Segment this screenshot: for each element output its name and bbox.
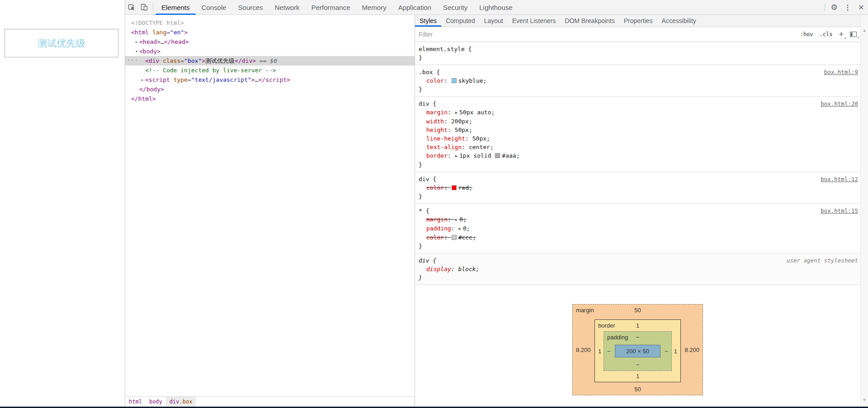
css-property-value[interactable]: 50px auto (459, 109, 491, 116)
css-declaration-color[interactable]: color: red; (419, 183, 858, 192)
more-options-kebab-icon[interactable]: ⋮ (841, 1, 854, 13)
css-declaration-line-height[interactable]: line-height: 50px; (419, 134, 858, 143)
devtools-tab-network[interactable]: Network (269, 0, 306, 15)
devtools-tab-application[interactable]: Application (392, 0, 437, 15)
sidebar-toggle-icon[interactable] (850, 32, 857, 37)
css-declaration-text-align[interactable]: text-align: center; (419, 143, 858, 151)
css-property-name[interactable]: height (426, 127, 448, 133)
css-declaration-height[interactable]: height: 50px; (419, 126, 858, 134)
css-property-name[interactable]: color (426, 234, 444, 241)
scrollbar[interactable]: ▲ ▼ (860, 15, 868, 407)
css-declaration-margin[interactable]: margin: ▶0; (419, 215, 858, 224)
breadcrumb-item-html[interactable]: html (125, 397, 146, 407)
css-property-value[interactable]: #ccc (458, 234, 472, 241)
css-property-value[interactable]: 50px (455, 127, 469, 133)
dom-tree-row[interactable]: ...<div class="box">测试优先级</div> == $0 (125, 56, 415, 66)
css-property-name[interactable]: border (426, 152, 448, 159)
device-toolbar-icon[interactable] (138, 1, 151, 13)
styles-filter-input[interactable] (419, 31, 794, 38)
dom-tree-row[interactable]: <!-- Code injected by live-server --> (125, 66, 415, 75)
css-declaration-color[interactable]: color: #ccc; (419, 233, 858, 242)
stylesheet-source-link[interactable]: box.html:15 (821, 206, 858, 215)
sidebar-tab-dom-breakpoints[interactable]: DOM Breakpoints (560, 15, 619, 27)
css-property-name[interactable]: text-align (426, 144, 462, 150)
css-declaration-display[interactable]: display: block; (419, 265, 858, 273)
sidebar-tab-properties[interactable]: Properties (619, 15, 657, 27)
css-property-name[interactable]: margin (426, 109, 448, 116)
devtools-tab-performance[interactable]: Performance (306, 0, 356, 15)
node-menu-button[interactable]: ... (127, 54, 138, 64)
devtools-window: ElementsConsoleSourcesNetworkPerformance… (125, 0, 868, 407)
css-property-name[interactable]: line-height (426, 135, 465, 142)
box-model-padding-region[interactable]: padding − − − − 200 × 50 (604, 331, 672, 371)
color-swatch[interactable] (452, 78, 457, 83)
css-property-name[interactable]: display (426, 266, 451, 272)
dom-tree-row[interactable]: ▸<head>…</head> (125, 37, 415, 47)
settings-gear-icon[interactable]: ⚙ (827, 1, 841, 13)
toggle-element-state-button[interactable]: :hov (800, 31, 813, 38)
breadcrumb-item-div-box[interactable]: div.box (166, 397, 196, 407)
breadcrumb-item-body[interactable]: body (146, 397, 166, 407)
css-property-value[interactable]: 0 (463, 225, 467, 232)
css-declaration-padding[interactable]: padding: ▶0; (419, 224, 858, 233)
sidebar-tab-layout[interactable]: Layout (480, 15, 508, 27)
dom-tree: <!DOCTYPE html><html lang="en">▸<head>…<… (125, 15, 415, 396)
sidebar-tab-styles[interactable]: Styles (415, 15, 441, 27)
expand-arrow-icon[interactable]: ▸ (140, 75, 145, 84)
expand-arrow-icon[interactable]: ▸ (134, 37, 139, 47)
css-property-value[interactable]: red (458, 184, 469, 191)
css-property-value[interactable]: center (469, 144, 490, 150)
dom-tree-row[interactable]: ▾<body> (125, 47, 415, 56)
color-swatch[interactable] (452, 185, 457, 190)
expand-shorthand-icon[interactable]: ▶ (455, 216, 458, 224)
expand-shorthand-icon[interactable]: ▶ (455, 108, 458, 117)
stylesheet-source-link[interactable]: box.html:20 (821, 99, 858, 108)
css-property-value[interactable]: block (458, 266, 476, 272)
styles-sidebar: StylesComputedLayoutEvent ListenersDOM B… (415, 15, 860, 407)
box-model-content-region[interactable]: 200 × 50 (615, 345, 660, 357)
css-property-name[interactable]: color (426, 184, 444, 191)
color-swatch[interactable] (495, 153, 500, 158)
devtools-tab-security[interactable]: Security (437, 0, 473, 15)
expand-shorthand-icon[interactable]: ▶ (458, 225, 461, 233)
sidebar-tab-event-listeners[interactable]: Event Listeners (508, 15, 561, 27)
css-property-name[interactable]: width (426, 118, 444, 125)
css-property-value[interactable]: 200px (451, 118, 469, 125)
dom-tree-row[interactable]: </body> (125, 84, 415, 94)
css-property-name[interactable]: padding (426, 225, 451, 232)
close-icon[interactable]: × (854, 1, 868, 13)
sidebar-tab-accessibility[interactable]: Accessibility (657, 15, 701, 27)
dom-tree-row[interactable]: </html> (125, 94, 415, 103)
css-declaration-color[interactable]: color: skyblue; (419, 76, 858, 85)
stylesheet-source-link[interactable]: box.html:12 (821, 175, 858, 183)
inspect-icon[interactable] (125, 1, 138, 13)
sidebar-tab-computed[interactable]: Computed (441, 15, 480, 27)
css-declaration-border[interactable]: border: ▶1px solid #aaa; (419, 151, 858, 160)
scrollbar-up-icon[interactable]: ▲ (861, 28, 868, 33)
element-classes-button[interactable]: .cls (820, 31, 833, 38)
css-property-value[interactable]: #aaa (502, 152, 516, 159)
devtools-tab-console[interactable]: Console (196, 0, 232, 15)
color-swatch[interactable] (452, 235, 457, 240)
dom-tree-row[interactable]: ▸<script type="text/javascript">…</scrip… (125, 75, 415, 84)
devtools-tab-lighthouse[interactable]: Lighthouse (473, 0, 518, 15)
css-property-value[interactable]: skyblue (458, 77, 483, 84)
css-property-value[interactable]: 50px (472, 135, 486, 142)
css-declaration-margin[interactable]: margin: ▶50px auto; (419, 108, 858, 117)
devtools-tab-sources[interactable]: Sources (232, 0, 269, 15)
devtools-tab-memory[interactable]: Memory (356, 0, 392, 15)
box-model-diagram[interactable]: margin 50 50 8.200 8.200 border 1 1 1 1 … (572, 304, 703, 395)
dom-tree-row[interactable]: <!DOCTYPE html> (125, 18, 415, 28)
box-model-border-region[interactable]: border 1 1 1 1 padding − − − − 200 × 50 (594, 319, 681, 382)
devtools-tab-elements[interactable]: Elements (156, 0, 196, 15)
css-property-name[interactable]: margin (426, 216, 448, 223)
css-property-value[interactable]: 1px solid (459, 152, 495, 159)
css-property-name[interactable]: color (426, 77, 444, 84)
dom-tree-row[interactable]: <html lang="en"> (125, 28, 415, 37)
scrollbar-down-icon[interactable]: ▼ (861, 398, 868, 402)
new-style-rule-button[interactable]: + (839, 31, 844, 38)
stylesheet-source-link[interactable]: box.html:9 (824, 68, 858, 76)
css-property-value[interactable]: 0 (459, 216, 463, 223)
expand-shorthand-icon[interactable]: ▶ (455, 152, 458, 160)
css-declaration-width[interactable]: width: 200px; (419, 117, 858, 126)
